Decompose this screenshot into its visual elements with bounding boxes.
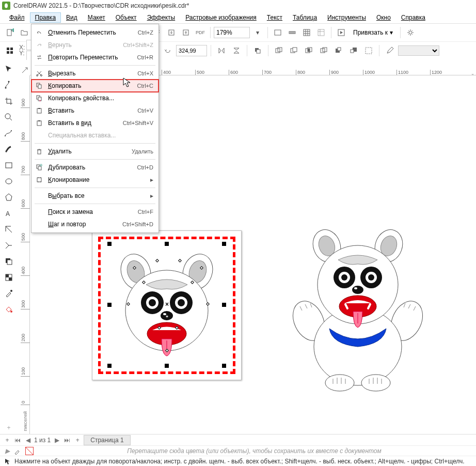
clone-icon xyxy=(35,175,44,184)
back-minus-front-button[interactable] xyxy=(347,44,360,57)
outline-width-combo[interactable] xyxy=(398,45,439,56)
menu-item-выбрать-все[interactable]: Выбрать все▸ xyxy=(31,190,158,202)
add-page-after[interactable]: + xyxy=(73,436,82,444)
add-tool[interactable]: + xyxy=(3,422,15,434)
eyedropper-icon[interactable] xyxy=(14,447,21,455)
open-button[interactable] xyxy=(18,26,31,39)
menu-object[interactable]: Объект xyxy=(110,12,142,23)
rotation-input[interactable] xyxy=(176,45,207,56)
menu-effects[interactable]: Эффекты xyxy=(142,12,181,23)
export-button[interactable] xyxy=(179,26,193,39)
sel-handle-br[interactable] xyxy=(222,364,226,368)
menu-item-вставить[interactable]: ВставитьCtrl+V xyxy=(31,104,158,117)
add-page-before[interactable]: + xyxy=(3,436,11,444)
zoom-tool[interactable] xyxy=(3,111,15,123)
sel-handle-bc[interactable] xyxy=(165,364,169,368)
sel-handle-ml[interactable] xyxy=(107,303,112,307)
transparency-tool[interactable] xyxy=(3,271,15,284)
crop-tool[interactable] xyxy=(3,95,15,107)
status-bar: Нажмите на объект дважды для поворота/на… xyxy=(0,456,476,466)
outline-pen-icon[interactable] xyxy=(383,44,396,57)
last-page[interactable]: ⏭ xyxy=(63,436,71,444)
menu-edit[interactable]: Правка xyxy=(30,12,61,23)
fullscreen-button[interactable] xyxy=(271,26,284,39)
dimension-tool[interactable] xyxy=(3,223,15,236)
menu-item-дублировать[interactable]: +ДублироватьCtrl+D xyxy=(31,161,158,174)
launch-button[interactable] xyxy=(335,26,348,39)
weld-button[interactable] xyxy=(272,44,285,57)
svg-point-75 xyxy=(361,375,390,391)
redo-icon xyxy=(35,40,44,50)
snap-to-button[interactable]: Привязать к ▾ xyxy=(349,26,397,39)
pdf-button[interactable]: PDF xyxy=(194,26,207,39)
rulers-button[interactable] xyxy=(285,26,299,39)
page-tab-1[interactable]: Страница 1 xyxy=(84,435,130,445)
tofront-button[interactable] xyxy=(251,44,264,57)
sel-handle-bl[interactable] xyxy=(107,364,112,368)
zoom-input[interactable] xyxy=(214,27,250,38)
menu-item-клонирование[interactable]: Клонирование▸ xyxy=(31,174,158,186)
grid-button[interactable] xyxy=(300,26,313,39)
repeat-icon xyxy=(35,53,44,62)
intersect-button[interactable] xyxy=(302,44,315,57)
front-minus-back-button[interactable] xyxy=(332,44,345,57)
rectangle-tool[interactable] xyxy=(3,159,15,172)
simplify-button[interactable] xyxy=(317,44,330,57)
menu-item-вставить-в-вид[interactable]: Вставить в видCtrl+Shift+V xyxy=(31,117,158,129)
blank-icon xyxy=(35,207,44,216)
menu-item-шаг-и-повтор[interactable]: Шаг и повторCtrl+Shift+D xyxy=(31,218,158,230)
sel-handle-tc[interactable] xyxy=(165,242,169,246)
menu-item-удалить[interactable]: УдалитьУдалить xyxy=(31,145,158,158)
sel-handle-mr[interactable] xyxy=(222,303,226,307)
dog-full-body[interactable] xyxy=(291,228,425,393)
menu-item-копировать[interactable]: КопироватьCtrl+C xyxy=(31,80,158,92)
svg-rect-104 xyxy=(37,178,41,182)
menu-view[interactable]: Вид xyxy=(61,12,83,23)
document-palette[interactable]: ▶ Перетащите сюда цвета (или объекты), ч… xyxy=(0,445,476,456)
prev-page[interactable]: ◀ xyxy=(24,436,32,444)
menu-file[interactable]: Файл xyxy=(4,12,30,23)
fill-tool[interactable] xyxy=(3,303,15,316)
mirror-h-button[interactable] xyxy=(215,44,228,57)
menu-text[interactable]: Текст xyxy=(262,12,288,23)
ellipse-tool[interactable] xyxy=(3,175,15,188)
menu-item-вырезать[interactable]: ВырезатьCtrl+X xyxy=(31,67,158,80)
zoom-dropdown[interactable]: ▾ xyxy=(251,26,264,39)
menu-bitmap[interactable]: Растровые изображения xyxy=(180,12,262,23)
menu-help[interactable]: Справка xyxy=(396,12,431,23)
vertical-ruler[interactable]: 900 800 700 600 500 400 300 200 100 0 пи… xyxy=(21,75,30,434)
ruler-unit-v: пикселей xyxy=(23,411,28,431)
options-button[interactable] xyxy=(404,26,417,39)
polygon-tool[interactable] xyxy=(3,191,15,204)
text-tool[interactable]: A xyxy=(3,207,15,220)
menu-tools[interactable]: Инструменты xyxy=(322,12,371,23)
sel-handle-tl[interactable] xyxy=(107,242,112,246)
first-page[interactable]: ⏮ xyxy=(13,436,22,444)
shape-tool[interactable] xyxy=(3,79,15,91)
artistic-media-tool[interactable] xyxy=(3,143,15,156)
pick-tool[interactable] xyxy=(3,63,15,75)
guides-button[interactable] xyxy=(314,26,328,39)
next-page[interactable]: ▶ xyxy=(53,436,61,444)
menu-item-отменить-переместить[interactable]: Отменить ПереместитьCtrl+Z xyxy=(31,26,158,39)
menu-window[interactable]: Окно xyxy=(371,12,396,23)
boundary-button[interactable] xyxy=(362,44,375,57)
menu-item-копировать-свойства-[interactable]: Копировать свойства... xyxy=(31,92,158,104)
sel-handle-tr[interactable] xyxy=(222,242,226,246)
import-button[interactable] xyxy=(165,26,178,39)
menu-table[interactable]: Таблица xyxy=(288,12,322,23)
mirror-v-button[interactable] xyxy=(230,44,243,57)
freehand-tool[interactable] xyxy=(3,127,15,139)
sel-center[interactable]: × xyxy=(165,301,169,308)
menu-layout[interactable]: Макет xyxy=(83,12,110,23)
trim-button[interactable] xyxy=(287,44,300,57)
eyedropper-tool[interactable] xyxy=(3,287,15,300)
no-fill-swatch[interactable] xyxy=(25,447,34,455)
palette-arrow[interactable]: ▶ xyxy=(5,447,10,455)
menu-item-повторить-переместить[interactable]: Повторить ПереместитьCtrl+R xyxy=(31,51,158,64)
connector-tool[interactable] xyxy=(3,239,15,252)
ruler-origin[interactable] xyxy=(20,65,30,75)
dropshadow-tool[interactable] xyxy=(3,255,15,268)
menu-item-поиск-и-замена[interactable]: Поиск и заменаCtrl+F xyxy=(31,206,158,218)
new-doc-button[interactable]: ✚ xyxy=(3,26,17,39)
